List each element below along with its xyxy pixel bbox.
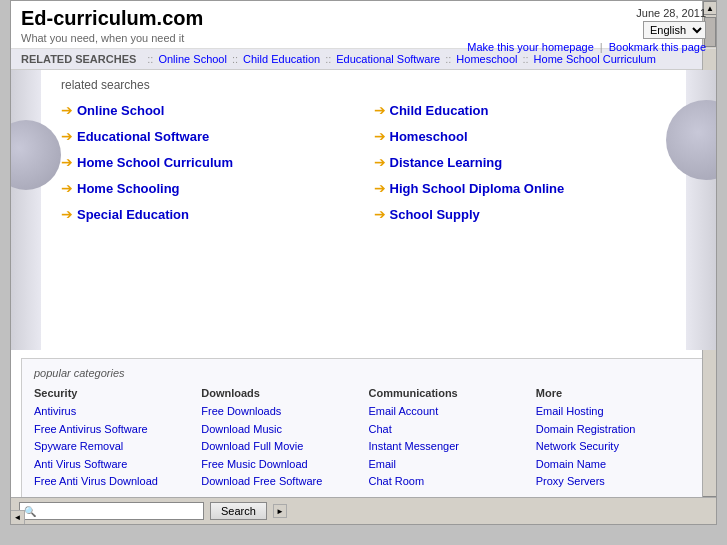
- related-bar-item-4[interactable]: Home School Curriculum: [534, 53, 656, 65]
- cat-link-instant-messenger[interactable]: Instant Messenger: [369, 438, 526, 456]
- related-bar-label: RELATED SEARCHES: [21, 53, 136, 65]
- arrow-icon: ➔: [61, 154, 73, 170]
- homepage-link[interactable]: Make this your homepage: [467, 41, 594, 53]
- cat-link-free-antivirus[interactable]: Free Antivirus Software: [34, 421, 191, 439]
- links-grid: ➔ Online School ➔ Child Education ➔ Educ…: [61, 102, 666, 222]
- cat-link-download-music[interactable]: Download Music: [201, 421, 358, 439]
- cat-link-domain-registration[interactable]: Domain Registration: [536, 421, 693, 439]
- arrow-icon: ➔: [61, 180, 73, 196]
- arrow-icon: ➔: [374, 206, 386, 222]
- link-educational-software[interactable]: Educational Software: [77, 129, 209, 144]
- scroll-right-button[interactable]: ►: [273, 504, 287, 518]
- search-input-wrapper: 🔍: [19, 502, 204, 520]
- bookmark-link[interactable]: Bookmark this page: [609, 41, 706, 53]
- header-links: Make this your homepage | Bookmark this …: [467, 41, 706, 53]
- date-display: June 28, 2011: [467, 7, 706, 19]
- related-bar-item-2[interactable]: Educational Software: [336, 53, 440, 65]
- arrow-icon: ➔: [374, 128, 386, 144]
- arrow-icon: ➔: [374, 154, 386, 170]
- cat-link-email-hosting[interactable]: Email Hosting: [536, 403, 693, 421]
- arrow-icon: ➔: [374, 102, 386, 118]
- list-item: ➔ Distance Learning: [374, 154, 667, 170]
- arrow-icon: ➔: [61, 128, 73, 144]
- scroll-left-button[interactable]: ◄: [11, 510, 25, 524]
- link-home-schooling[interactable]: Home Schooling: [77, 181, 180, 196]
- language-label: English: [643, 24, 706, 36]
- list-item: ➔ Homeschool: [374, 128, 667, 144]
- header-right: June 28, 2011 English Make this your hom…: [467, 7, 706, 53]
- cat-link-free-downloads[interactable]: Free Downloads: [201, 403, 358, 421]
- categories-grid: Security Antivirus Free Antivirus Softwa…: [34, 387, 693, 491]
- cat-link-email[interactable]: Email: [369, 456, 526, 474]
- cat-link-download-software[interactable]: Download Free Software: [201, 473, 358, 491]
- list-item: ➔ Home School Curriculum: [61, 154, 354, 170]
- cat-link-domain-name[interactable]: Domain Name: [536, 456, 693, 474]
- search-button[interactable]: Search: [210, 502, 267, 520]
- right-decoration: [686, 70, 716, 350]
- cat-link-email-account[interactable]: Email Account: [369, 403, 526, 421]
- header: Ed-curriculum.com What you need, when yo…: [11, 1, 716, 49]
- cat-link-free-av-download[interactable]: Free Anti Virus Download: [34, 473, 191, 491]
- list-item: ➔ High School Diploma Online: [374, 180, 667, 196]
- cat-link-antivirus-software[interactable]: Anti Virus Software: [34, 456, 191, 474]
- list-item: ➔ School Supply: [374, 206, 667, 222]
- link-distance-learning[interactable]: Distance Learning: [390, 155, 503, 170]
- category-header-security: Security: [34, 387, 191, 399]
- main-content: related searches ➔ Online School ➔ Child…: [11, 70, 716, 350]
- cat-link-chat-room[interactable]: Chat Room: [369, 473, 526, 491]
- category-downloads: Downloads Free Downloads Download Music …: [201, 387, 358, 491]
- related-searches-title: related searches: [61, 78, 666, 92]
- list-item: ➔ Educational Software: [61, 128, 354, 144]
- popular-categories-section: popular categories Security Antivirus Fr…: [21, 358, 706, 500]
- bottom-search-bar: 🔍 Search ◄ ►: [11, 497, 716, 524]
- category-communications: Communications Email Account Chat Instan…: [369, 387, 526, 491]
- related-bar-item-3[interactable]: Homeschool: [456, 53, 517, 65]
- cat-link-antivirus[interactable]: Antivirus: [34, 403, 191, 421]
- link-school-supply[interactable]: School Supply: [390, 207, 480, 222]
- category-security: Security Antivirus Free Antivirus Softwa…: [34, 387, 191, 491]
- category-header-downloads: Downloads: [201, 387, 358, 399]
- divider: |: [600, 41, 606, 53]
- link-special-education[interactable]: Special Education: [77, 207, 189, 222]
- cat-link-spyware[interactable]: Spyware Removal: [34, 438, 191, 456]
- category-more: More Email Hosting Domain Registration N…: [536, 387, 693, 491]
- category-header-communications: Communications: [369, 387, 526, 399]
- list-item: ➔ Home Schooling: [61, 180, 354, 196]
- arrow-icon: ➔: [374, 180, 386, 196]
- cat-link-network-security[interactable]: Network Security: [536, 438, 693, 456]
- list-item: ➔ Online School: [61, 102, 354, 118]
- search-icon: 🔍: [24, 506, 36, 517]
- link-high-school-diploma-online[interactable]: High School Diploma Online: [390, 181, 565, 196]
- cat-link-chat[interactable]: Chat: [369, 421, 526, 439]
- left-decoration: [11, 70, 41, 350]
- list-item: ➔ Child Education: [374, 102, 667, 118]
- category-header-more: More: [536, 387, 693, 399]
- cat-link-free-music[interactable]: Free Music Download: [201, 456, 358, 474]
- link-homeschool[interactable]: Homeschool: [390, 129, 468, 144]
- arrow-icon: ➔: [61, 102, 73, 118]
- link-child-education[interactable]: Child Education: [390, 103, 489, 118]
- popular-categories-title: popular categories: [34, 367, 693, 379]
- search-input[interactable]: [39, 505, 199, 517]
- center-content: related searches ➔ Online School ➔ Child…: [41, 70, 686, 350]
- cat-link-download-movie[interactable]: Download Full Movie: [201, 438, 358, 456]
- related-bar-item-1[interactable]: Child Education: [243, 53, 320, 65]
- language-selector[interactable]: English: [643, 21, 706, 39]
- related-bar-item-0[interactable]: Online School: [158, 53, 227, 65]
- cat-link-proxy-servers[interactable]: Proxy Servers: [536, 473, 693, 491]
- link-online-school[interactable]: Online School: [77, 103, 164, 118]
- list-item: ➔ Special Education: [61, 206, 354, 222]
- link-home-school-curriculum[interactable]: Home School Curriculum: [77, 155, 233, 170]
- arrow-icon: ➔: [61, 206, 73, 222]
